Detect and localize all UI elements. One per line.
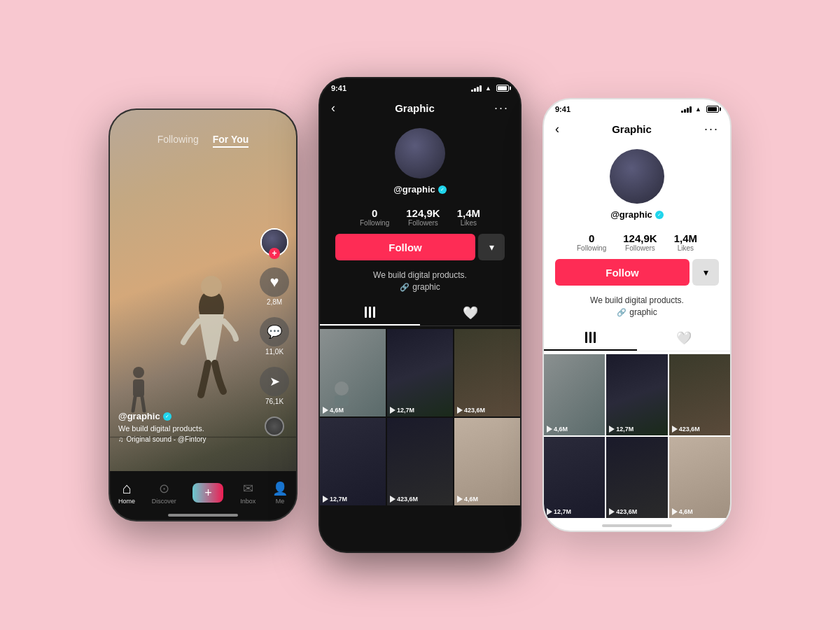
profile-header-nav-p3: ‹ Graphic ··· <box>544 116 730 142</box>
username-row: @graphic <box>118 411 254 421</box>
video-thumb-4-p2[interactable]: 12,7M <box>320 418 386 505</box>
me-nav-icon: 👤 <box>272 481 288 496</box>
me-icon: 👤 <box>272 481 288 496</box>
comment-icon: 💬 <box>267 324 282 340</box>
thumb-count-6-p3: 4,6M <box>672 508 693 515</box>
bio-link-p2[interactable]: 🔗 graphic <box>331 282 509 292</box>
video-description: We build digital products. <box>118 424 254 433</box>
thumb-count-1-p2: 4,6M <box>323 407 344 414</box>
nav-inbox[interactable]: ✉ Inbox <box>240 481 255 505</box>
bio-section-p3: We build digital products. 🔗 graphic <box>544 293 730 323</box>
bio-link-p3[interactable]: 🔗 graphic <box>555 307 719 317</box>
follow-button-p2[interactable]: Follow <box>335 234 475 260</box>
thumb-count-5-p3: 423,6M <box>609 508 637 515</box>
tab-grid-p2[interactable] <box>320 300 420 326</box>
stats-row-p2: 0 Following 124,9K Followers 1,4M Likes <box>320 200 520 234</box>
profile-title-p2: Graphic <box>395 102 435 114</box>
profile-avatar-section-p3: @graphic <box>544 142 730 225</box>
home-indicator-p3 <box>602 524 672 527</box>
tab-grid-p3[interactable] <box>544 326 637 351</box>
likes-label-p2: Likes <box>461 219 477 227</box>
profile-handle-row-p3: @graphic <box>610 209 664 220</box>
inbox-label: Inbox <box>240 498 255 505</box>
nav-me[interactable]: 👤 Me <box>272 481 288 505</box>
more-options-button-p3[interactable]: ··· <box>704 122 719 136</box>
profile-tabs-p2: 🤍 <box>320 300 520 326</box>
share-button[interactable]: ➤ <box>260 367 289 396</box>
likes-value-p2: 1,4M <box>457 207 480 219</box>
nav-home[interactable]: ⌂ Home <box>118 481 135 505</box>
status-bar-phone2: 9:41 ▲ <box>320 78 520 95</box>
followers-label-p3: Followers <box>625 244 655 252</box>
for-you-tab[interactable]: For You <box>213 134 249 148</box>
status-bar-phone3: 9:41 ▲ <box>544 99 730 116</box>
stats-row-p3: 0 Following 124,9K Followers 1,4M Likes <box>544 225 730 259</box>
follow-dropdown-p2[interactable]: ▾ <box>478 234 505 260</box>
signal-icon-p2 <box>471 85 482 92</box>
thumb-bg-1-p3: 4,6M <box>544 354 605 435</box>
heart-icon: ♥ <box>270 273 279 291</box>
bg-figure <box>125 362 153 418</box>
back-button-p3[interactable]: ‹ <box>555 122 559 136</box>
thumb-bg-3: 423,6M <box>454 329 520 416</box>
thumb-bg-3-p3: 423,6M <box>669 354 730 435</box>
following-tab[interactable]: Following <box>158 134 199 148</box>
video-thumb-4-p3[interactable]: 12,7M <box>544 437 605 518</box>
video-thumb-1-p2[interactable]: 4,6M <box>320 329 386 416</box>
follow-dropdown-p3[interactable]: ▾ <box>692 259 719 286</box>
svg-rect-5 <box>335 396 349 406</box>
back-button[interactable]: ‹ <box>331 101 335 115</box>
video-thumb-2-p2[interactable]: 12,7M <box>387 329 453 416</box>
comment-button[interactable]: 💬 <box>260 317 289 346</box>
followers-label-p2: Followers <box>408 219 438 227</box>
video-thumb-1-p3[interactable]: 4,6M <box>544 354 605 435</box>
thumb-bg-5-p3: 423,6M <box>606 437 667 518</box>
video-thumb-5-p2[interactable]: 423,6M <box>387 418 453 505</box>
thumb-count-1-p3: 4,6M <box>547 426 568 433</box>
follow-plus-badge[interactable]: + <box>269 248 280 259</box>
time-phone3: 9:41 <box>555 105 570 113</box>
creator-handle: @graphic <box>118 411 160 421</box>
following-label-p3: Following <box>577 244 606 252</box>
tab-liked-p2[interactable]: 🤍 <box>420 300 520 326</box>
phone-dark-profile: 9:41 ▲ ‹ Graphic ··· @graphic 0 Followi <box>318 77 522 553</box>
nav-discover[interactable]: ⊙ Discover <box>152 481 176 505</box>
profile-header-nav: ‹ Graphic ··· <box>320 95 520 121</box>
video-thumb-5-p3[interactable]: 423,6M <box>606 437 667 518</box>
feed-tabs: Following For You <box>110 127 296 155</box>
home-icon: ⌂ <box>122 479 131 498</box>
thumb-count-2-p2: 12,7M <box>390 407 414 414</box>
stat-following-p3: 0 Following <box>577 232 606 252</box>
stat-followers-p3: 124,9K Followers <box>623 232 657 252</box>
liked-icon-p3: 🤍 <box>676 330 692 346</box>
music-track: Original sound - @Fintory <box>127 435 206 443</box>
phone-video-feed: 9:41 ▲ Following For You <box>108 108 298 522</box>
comment-action[interactable]: 💬 11,0K <box>260 317 289 356</box>
nav-create[interactable]: + <box>192 483 223 503</box>
thumb-bg-4: 12,7M <box>320 418 386 505</box>
thumb-bg-2: 12,7M <box>387 329 453 416</box>
time-phone2: 9:41 <box>331 84 346 92</box>
create-button[interactable]: + <box>192 483 223 503</box>
thumb-bg-6-p3: 4,6M <box>669 437 730 518</box>
like-action[interactable]: ♥ 2,8M <box>260 267 289 306</box>
more-options-button[interactable]: ··· <box>494 101 509 115</box>
wifi-icon-p2: ▲ <box>485 85 491 92</box>
verified-badge <box>163 412 172 421</box>
video-thumb-6-p3[interactable]: 4,6M <box>669 437 730 518</box>
wifi-icon-p3: ▲ <box>695 106 701 113</box>
video-thumb-3-p3[interactable]: 423,6M <box>669 354 730 435</box>
status-icons-phone3: ▲ <box>681 106 719 113</box>
video-thumb-2-p3[interactable]: 12,7M <box>606 354 667 435</box>
tab-liked-p3[interactable]: 🤍 <box>637 326 730 351</box>
thumb-count-5-p2: 423,6M <box>390 496 418 503</box>
video-thumb-6-p2[interactable]: 4,6M <box>454 418 520 505</box>
share-action[interactable]: ➤ 76,1K <box>260 367 289 405</box>
comment-count: 11,0K <box>265 348 284 356</box>
creator-avatar-action[interactable]: + <box>260 228 288 256</box>
like-button[interactable]: ♥ <box>260 267 289 297</box>
video-thumb-3-p2[interactable]: 423,6M <box>454 329 520 416</box>
follow-button-p3[interactable]: Follow <box>555 259 690 286</box>
profile-tabs-p3: 🤍 <box>544 326 730 351</box>
svg-point-2 <box>133 367 144 378</box>
